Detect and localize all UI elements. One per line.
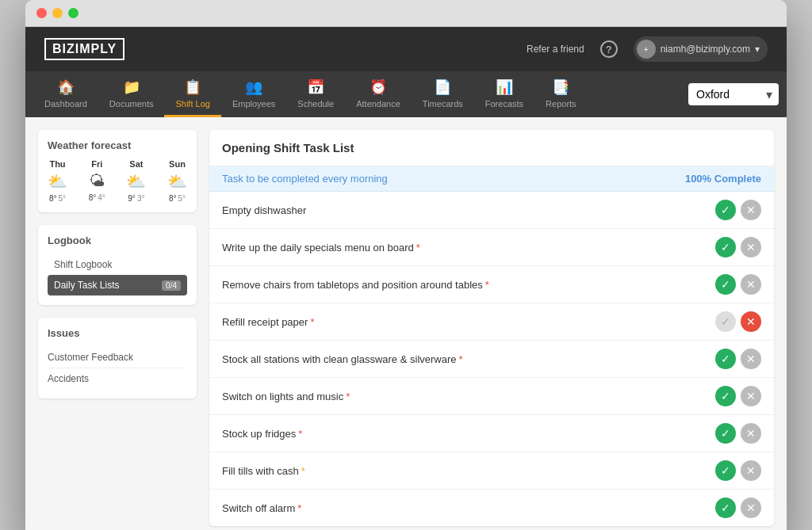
cancel-button-6[interactable]: ✕: [741, 423, 761, 444]
weather-days: Thu ⛅ 8° 5° Fri 🌤 8° 4°: [48, 159, 187, 203]
timecards-icon: 📄: [434, 78, 451, 96]
browser-titlebar: [25, 0, 787, 27]
table-row: Stock up fridges* ✓ ✕: [209, 415, 774, 452]
logbook-item-shiftlog[interactable]: Shift Logbook: [48, 254, 187, 275]
weather-day-fri: Fri 🌤 8° 4°: [89, 159, 105, 203]
refer-link[interactable]: Refer a friend: [527, 44, 584, 55]
shiftlog-icon: 📋: [184, 78, 201, 96]
task-name-8: Switch off alarm*: [222, 502, 715, 514]
attendance-icon: ⏰: [370, 78, 387, 96]
weather-low-sat: 3°: [137, 194, 145, 203]
task-name-4: Stock all stations with clean glassware …: [222, 353, 715, 365]
task-actions-8: ✓ ✕: [715, 498, 761, 518]
cancel-button-1[interactable]: ✕: [741, 237, 761, 257]
weather-icon-thu: ⛅: [48, 172, 67, 191]
help-icon[interactable]: ?: [600, 40, 618, 58]
check-button-1[interactable]: ✓: [715, 237, 736, 257]
issues-card: Issues Customer Feedback Accidents: [38, 318, 197, 398]
documents-icon: 📁: [123, 78, 140, 96]
weather-low-sun: 5°: [178, 194, 186, 203]
required-star-8: *: [297, 502, 301, 514]
location-select[interactable]: Oxford London Manchester: [688, 83, 779, 105]
task-actions-5: ✓ ✕: [715, 386, 761, 406]
task-name-3: Refill receipt paper*: [222, 316, 715, 328]
nav-item-documents[interactable]: 📁 Documents: [98, 72, 165, 117]
nav-item-schedule[interactable]: 📅 Schedule: [286, 72, 345, 117]
weather-high-fri: 8°: [89, 193, 97, 202]
nav-item-attendance[interactable]: ⏰ Attendance: [345, 72, 412, 117]
nav-item-forecasts[interactable]: 📊 Forecasts: [474, 72, 534, 117]
nav-label-dashboard: Dashboard: [44, 99, 87, 109]
table-row: Switch on lights and music* ✓ ✕: [209, 378, 774, 415]
sidebar: Weather forecast Thu ⛅ 8° 5° Fri 🌤: [38, 130, 197, 526]
main-content: Weather forecast Thu ⛅ 8° 5° Fri 🌤: [25, 117, 787, 530]
issues-title: Issues: [48, 327, 187, 339]
nav-item-dashboard[interactable]: 🏠 Dashboard: [33, 72, 98, 117]
check-button-3[interactable]: ✓: [715, 311, 736, 332]
task-actions-7: ✓ ✕: [715, 460, 761, 481]
dashboard-icon: 🏠: [57, 78, 75, 96]
task-name-5: Switch on lights and music*: [222, 391, 715, 402]
weather-title: Weather forecast: [48, 139, 187, 151]
maximize-dot[interactable]: [68, 8, 79, 18]
check-button-7[interactable]: ✓: [715, 460, 736, 481]
secondary-nav: 🏠 Dashboard 📁 Documents 📋 Shift Log 👥 Em…: [25, 71, 787, 117]
task-actions-3: ✓ ✕: [715, 311, 761, 332]
required-star-4: *: [459, 353, 463, 365]
required-star-1: *: [416, 242, 420, 254]
task-actions-1: ✓ ✕: [715, 237, 761, 257]
minimize-dot[interactable]: [52, 8, 63, 18]
task-panel-header: Opening Shift Task List: [209, 130, 774, 166]
nav-items: 🏠 Dashboard 📁 Documents 📋 Shift Log 👥 Em…: [33, 72, 688, 117]
logbook-card: Logbook Shift Logbook Daily Task Lists 0…: [38, 225, 197, 305]
task-actions-6: ✓ ✕: [715, 423, 761, 444]
required-star-3: *: [310, 316, 314, 328]
nav-label-shiftlog: Shift Log: [175, 99, 209, 109]
close-dot[interactable]: [36, 8, 47, 18]
check-button-6[interactable]: ✓: [715, 423, 736, 444]
avatar: +: [637, 40, 656, 59]
nav-item-employees[interactable]: 👥 Employees: [221, 72, 286, 117]
weather-day-name-sun: Sun: [169, 159, 186, 169]
reports-icon: 📑: [552, 78, 569, 96]
cancel-button-0[interactable]: ✕: [741, 200, 761, 220]
cancel-button-8[interactable]: ✕: [741, 498, 761, 518]
user-email: niamh@bizimply.com: [661, 44, 750, 55]
check-button-5[interactable]: ✓: [715, 386, 736, 406]
cancel-button-3[interactable]: ✕: [741, 311, 761, 332]
weather-card: Weather forecast Thu ⛅ 8° 5° Fri 🌤: [38, 130, 197, 212]
check-button-0[interactable]: ✓: [715, 200, 736, 220]
task-complete-label: 100% Complete: [685, 173, 761, 185]
table-row: Switch off alarm* ✓ ✕: [209, 490, 774, 526]
weather-high-sun: 8°: [169, 194, 177, 203]
check-button-4[interactable]: ✓: [715, 349, 736, 369]
employees-icon: 👥: [245, 78, 262, 96]
cancel-button-7[interactable]: ✕: [741, 460, 761, 481]
nav-item-timecards[interactable]: 📄 Timecards: [412, 72, 474, 117]
task-name-0: Empty dishwasher: [222, 204, 715, 216]
nav-label-employees: Employees: [232, 99, 275, 109]
task-name-7: Fill tills with cash*: [222, 465, 715, 477]
cancel-button-5[interactable]: ✕: [741, 386, 761, 406]
task-name-2: Remove chairs from tabletops and positio…: [222, 279, 715, 291]
weather-icon-sun: ⛅: [167, 172, 187, 191]
nav-item-reports[interactable]: 📑 Reports: [534, 72, 588, 117]
issue-item-feedback[interactable]: Customer Feedback: [48, 347, 187, 368]
issue-item-accidents[interactable]: Accidents: [48, 368, 187, 389]
user-menu[interactable]: + niamh@bizimply.com ▾: [634, 36, 768, 62]
nav-label-timecards: Timecards: [423, 99, 463, 109]
cancel-button-2[interactable]: ✕: [741, 274, 761, 295]
cancel-button-4[interactable]: ✕: [741, 349, 761, 369]
table-row: Stock all stations with clean glassware …: [209, 341, 774, 378]
logbook-item-dailytasks[interactable]: Daily Task Lists 0/4: [48, 275, 187, 296]
check-button-8[interactable]: ✓: [715, 498, 736, 518]
nav-item-shiftlog[interactable]: 📋 Shift Log: [164, 72, 220, 117]
table-row: Refill receipt paper* ✓ ✕: [209, 303, 774, 341]
logo: BIZIMPLY: [44, 38, 124, 60]
task-header-label: Task to be completed every morning: [222, 173, 388, 185]
check-button-2[interactable]: ✓: [715, 274, 736, 295]
task-name-1: Write up the daily specials menu on boar…: [222, 242, 715, 254]
daily-tasks-label: Daily Task Lists: [54, 280, 119, 291]
nav-label-schedule: Schedule: [297, 99, 334, 109]
table-row: Fill tills with cash* ✓ ✕: [209, 452, 774, 490]
